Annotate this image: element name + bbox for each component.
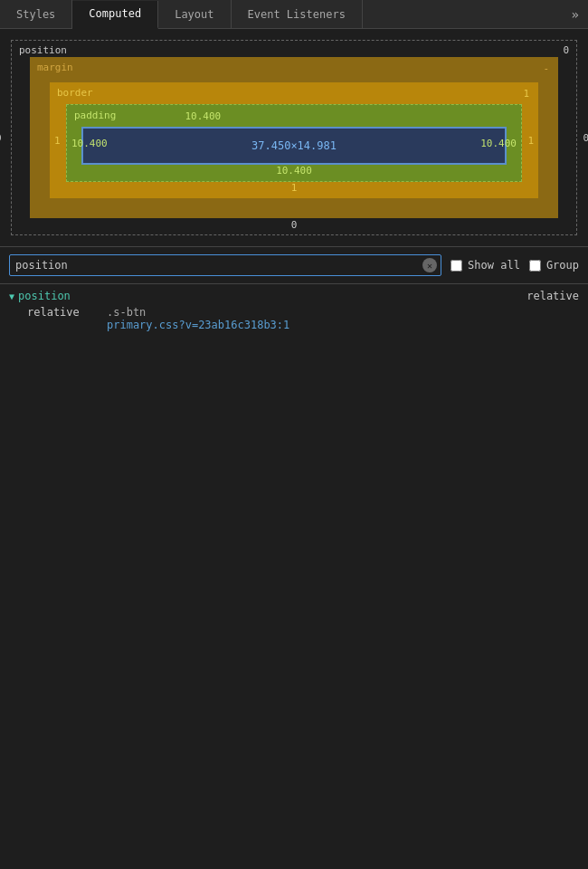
- sub-link-0[interactable]: primary.css?v=23ab16c318b3:1: [107, 319, 289, 331]
- margin-layer: margin - border 1 1 1 1 padding 10.400 1…: [30, 57, 558, 218]
- tab-styles[interactable]: Styles: [0, 0, 72, 28]
- tab-event-listeners[interactable]: Event Listeners: [232, 0, 363, 28]
- content-dimensions: 37.450×14.981: [251, 139, 337, 152]
- padding-top: 10.400: [185, 110, 403, 122]
- group-label[interactable]: Group: [546, 259, 579, 272]
- border-layer: border 1 1 1 1 padding 10.400 10.400 10.…: [50, 82, 538, 198]
- tab-layout[interactable]: Layout: [158, 0, 231, 28]
- padding-left: 10.400: [71, 138, 108, 149]
- border-left: 1: [54, 135, 61, 147]
- border-right: 1: [527, 135, 534, 147]
- property-name-position: position: [18, 290, 71, 302]
- property-value-position: relative: [526, 290, 579, 302]
- search-bar: ✕ Show all Group: [0, 246, 588, 284]
- group-group: Group: [529, 259, 579, 272]
- padding-label: padding: [74, 110, 116, 121]
- padding-layer: padding 10.400 10.400 10.400 10.400 37.4…: [66, 104, 522, 182]
- position-top: 0: [563, 44, 569, 56]
- border-top: 1: [523, 88, 529, 100]
- property-sub-0: relative .s-btn primary.css?v=23ab16c318…: [9, 306, 579, 331]
- margin-label: margin: [37, 62, 73, 73]
- search-input-wrapper: ✕: [9, 254, 441, 276]
- properties-area: ▼ position relative relative .s-btn prim…: [0, 284, 588, 340]
- clear-filter-button[interactable]: ✕: [422, 258, 437, 272]
- position-side-left: 0: [0, 132, 2, 144]
- padding-right: 10.400: [480, 138, 517, 149]
- sub-source-0: .s-btn primary.css?v=23ab16c318b3:1: [107, 306, 289, 331]
- empty-area: [0, 340, 588, 702]
- chevron-icon[interactable]: ▼: [9, 291, 14, 301]
- property-group-position: ▼ position relative relative .s-btn prim…: [9, 290, 579, 331]
- tab-bar: Styles Computed Layout Event Listeners »: [0, 0, 588, 29]
- border-label: border: [57, 87, 93, 99]
- margin-value: -: [543, 62, 549, 74]
- group-checkbox[interactable]: [529, 260, 541, 272]
- tab-more-button[interactable]: »: [563, 7, 588, 22]
- position-bottom: 0: [291, 219, 298, 231]
- sub-value-0: relative: [27, 306, 100, 319]
- border-bottom: 1: [291, 182, 298, 194]
- content-box: 37.450×14.981: [81, 127, 507, 165]
- property-header-position: ▼ position relative: [9, 290, 579, 302]
- position-side-right: 0: [583, 132, 588, 144]
- show-all-checkbox[interactable]: [450, 260, 462, 272]
- box-model-container: position 0 0 0 0 margin - border 1 1 1 1…: [0, 29, 588, 246]
- filter-input[interactable]: [9, 254, 441, 276]
- sub-selector-0: .s-btn: [107, 306, 146, 319]
- position-layer: position 0 0 0 0 margin - border 1 1 1 1…: [11, 40, 577, 235]
- show-all-label[interactable]: Show all: [468, 259, 520, 272]
- position-label: position: [19, 44, 67, 56]
- padding-bottom: 10.400: [276, 165, 312, 177]
- show-all-group: Show all: [450, 259, 520, 272]
- tab-computed[interactable]: Computed: [72, 1, 158, 29]
